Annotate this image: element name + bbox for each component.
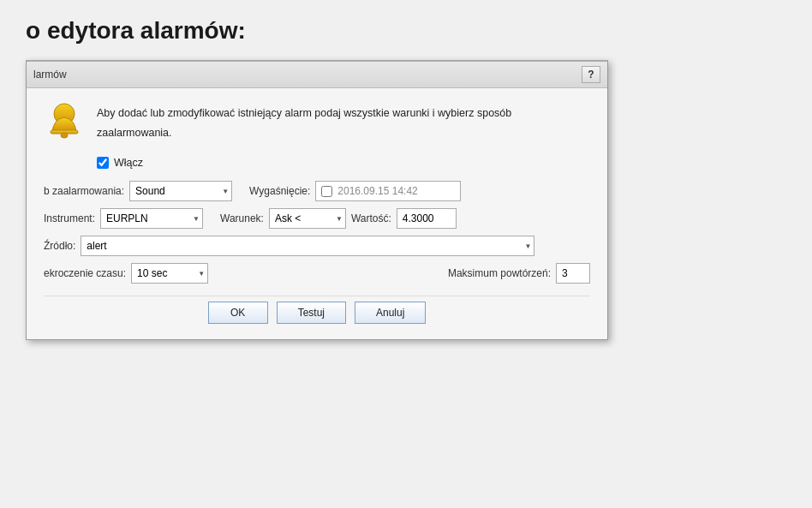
alarm-dialog: larmów ? [26,60,608,340]
dialog-body: Aby dodać lub zmodyfikować istniejący al… [27,88,607,339]
zrodlo-row: Źródło: alert system custom [44,236,590,256]
button-row: OK Testuj Anuluj [44,296,590,327]
instrument-select[interactable]: EURPLN EURUSD GBPUSD [100,208,203,229]
warunek-field: Warunek: Ask < Ask > Bid < Bid > Wartość… [220,208,457,229]
zrodlo-select[interactable]: alert system custom [81,236,534,256]
warunek-label: Warunek: [220,212,264,224]
wygasniecie-input-container: 2016.09.15 14:42 [315,181,461,201]
svg-point-2 [61,133,68,138]
enable-label[interactable]: Włącz [114,157,143,169]
page-title: o edytora alarmów: [26,17,812,45]
row-przekroczenie-max: ekroczenie czasu: 10 sec 30 sec 1 min 5 … [44,263,590,284]
help-button[interactable]: ? [582,66,600,83]
anuluj-button[interactable]: Anuluj [355,302,426,324]
wygasniecie-field: Wygaśnięcie: 2016.09.15 14:42 [249,181,461,201]
przekroczenie-field: ekroczenie czasu: 10 sec 30 sec 1 min 5 … [44,263,208,284]
wygasniecie-date: 2016.09.15 14:42 [337,185,417,197]
dialog-header-row: Aby dodać lub zmodyfikować istniejący al… [44,102,590,143]
warunek-select[interactable]: Ask < Ask > Bid < Bid > [269,208,346,229]
dialog-description: Aby dodać lub zmodyfikować istniejący al… [97,102,511,141]
wartosc-label: Wartość: [351,212,391,224]
wygasniecie-checkbox[interactable] [321,186,332,197]
zrodlo-select-wrapper: alert system custom [81,236,534,256]
bell-icon [44,102,85,143]
dialog-title-text: larmów [33,69,67,81]
testuj-button[interactable]: Testuj [277,302,346,324]
wygasniecie-label: Wygaśnięcie: [249,185,310,197]
enable-checkbox[interactable] [97,157,109,169]
row-instrument-warunek: Instrument: EURPLN EURUSD GBPUSD Warunek… [44,208,590,229]
zrodlo-label: Źródło: [44,240,75,252]
przekroczenie-label: ekroczenie czasu: [44,267,126,279]
przekroczenie-select[interactable]: 10 sec 30 sec 1 min 5 min [131,263,208,284]
ok-button[interactable]: OK [208,302,268,324]
instrument-label: Instrument: [44,212,95,224]
przekroczenie-select-wrapper: 10 sec 30 sec 1 min 5 min [131,263,208,284]
instrument-select-wrapper: EURPLN EURUSD GBPUSD [100,208,203,229]
max-field: Maksimum powtórzeń: [448,263,590,284]
max-input[interactable] [556,263,590,284]
row-sposob-wygasniecie: b zaalarmowania: Sound Email Popup Wygaś… [44,181,590,201]
max-label: Maksimum powtórzeń: [448,267,551,279]
wartosc-input[interactable] [397,208,457,229]
sposob-select-wrapper: Sound Email Popup [129,181,232,201]
warunek-select-wrapper: Ask < Ask > Bid < Bid > [269,208,346,229]
sposob-field: b zaalarmowania: Sound Email Popup [44,181,232,201]
sposob-select[interactable]: Sound Email Popup [129,181,232,201]
instrument-field: Instrument: EURPLN EURUSD GBPUSD [44,208,203,229]
enable-row: Włącz [97,157,590,169]
sposob-label: b zaalarmowania: [44,185,124,197]
dialog-titlebar: larmów ? [27,62,607,88]
